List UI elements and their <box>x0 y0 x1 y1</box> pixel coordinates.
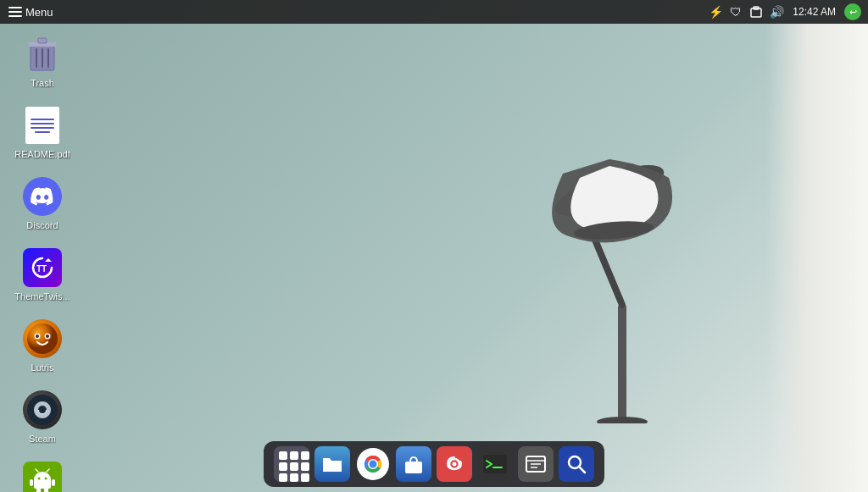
steam-icon-img <box>22 390 63 430</box>
desktop-icon-trash[interactable]: Trash <box>8 30 76 91</box>
dock-files-button[interactable] <box>314 446 350 482</box>
lutris-icon-img <box>22 318 63 359</box>
volume-icon[interactable]: 🔊 <box>769 4 784 19</box>
topbar: Menu ⚡ 🛡 🔊 12:42 AM ↩ <box>0 0 868 24</box>
myandroid-icon-img <box>22 461 63 492</box>
battery-charging-icon[interactable]: ⚡ <box>708 4 723 19</box>
menu-icon <box>8 7 22 17</box>
desktop-icon-themetwist[interactable]: TT ThemeTwis... <box>8 244 76 305</box>
svg-line-48 <box>579 467 585 473</box>
steam-icon-label: Steam <box>29 434 56 444</box>
svg-point-40 <box>453 462 457 467</box>
svg-point-7 <box>597 417 648 423</box>
svg-rect-32 <box>36 488 41 492</box>
dock-chrome-button[interactable] <box>355 446 391 482</box>
desktop-icon-readme[interactable]: README.pdf <box>8 102 76 163</box>
svg-rect-30 <box>30 479 33 486</box>
desktop-icons: Trash README.pdf <box>8 30 76 492</box>
dock-filemanager-button[interactable] <box>518 446 554 482</box>
discord-icon-label: Discord <box>26 220 58 230</box>
lutris-icon-label: Lutris <box>31 362 54 373</box>
shield-icon[interactable]: 🛡 <box>728 4 743 19</box>
trash-icon-img <box>22 34 63 75</box>
taskbar <box>264 441 604 487</box>
svg-point-20 <box>36 334 39 338</box>
discord-icon-img <box>22 176 63 217</box>
topbar-right: ⚡ 🛡 🔊 12:42 AM ↩ <box>708 3 868 20</box>
dock-apps-button[interactable] <box>274 446 309 482</box>
dock-search-button[interactable] <box>559 446 594 482</box>
dock-mail-button[interactable] <box>437 446 472 482</box>
svg-line-28 <box>36 469 38 472</box>
svg-point-37 <box>370 461 377 468</box>
dock-store-button[interactable] <box>396 446 431 482</box>
menu-button[interactable]: Menu <box>0 0 62 24</box>
themetwist-icon-label: ThemeTwis... <box>14 291 70 301</box>
readme-icon-label: README.pdf <box>14 149 70 159</box>
svg-point-21 <box>46 334 49 338</box>
svg-text:TT: TT <box>36 264 47 274</box>
package-icon[interactable] <box>748 4 764 19</box>
themetwist-icon-img: TT <box>22 247 63 288</box>
desktop-icon-steam[interactable]: Steam <box>8 386 76 447</box>
dock-terminal-button[interactable] <box>477 446 513 482</box>
svg-rect-25 <box>34 479 51 489</box>
svg-rect-0 <box>618 305 626 423</box>
desktop: Menu ⚡ 🛡 🔊 12:42 AM ↩ <box>0 0 868 492</box>
svg-point-27 <box>45 478 47 480</box>
svg-point-17 <box>27 323 58 354</box>
desktop-icon-myandroid[interactable]: My Android <box>8 457 76 492</box>
trash-icon-label: Trash <box>31 78 54 88</box>
svg-line-29 <box>47 469 49 472</box>
power-icon[interactable]: ↩ <box>844 3 861 20</box>
svg-rect-38 <box>405 462 422 473</box>
svg-rect-41 <box>483 455 507 473</box>
desktop-icon-lutris[interactable]: Lutris <box>8 315 76 376</box>
svg-point-26 <box>38 478 41 480</box>
menu-label: Menu <box>25 6 53 19</box>
svg-rect-12 <box>38 38 47 43</box>
svg-rect-31 <box>52 479 55 486</box>
readme-icon-img <box>22 105 63 146</box>
clock: 12:42 AM <box>789 6 839 18</box>
svg-rect-33 <box>44 488 48 492</box>
wallpaper-lamp <box>461 68 783 423</box>
desktop-icon-discord[interactable]: Discord <box>8 173 76 234</box>
